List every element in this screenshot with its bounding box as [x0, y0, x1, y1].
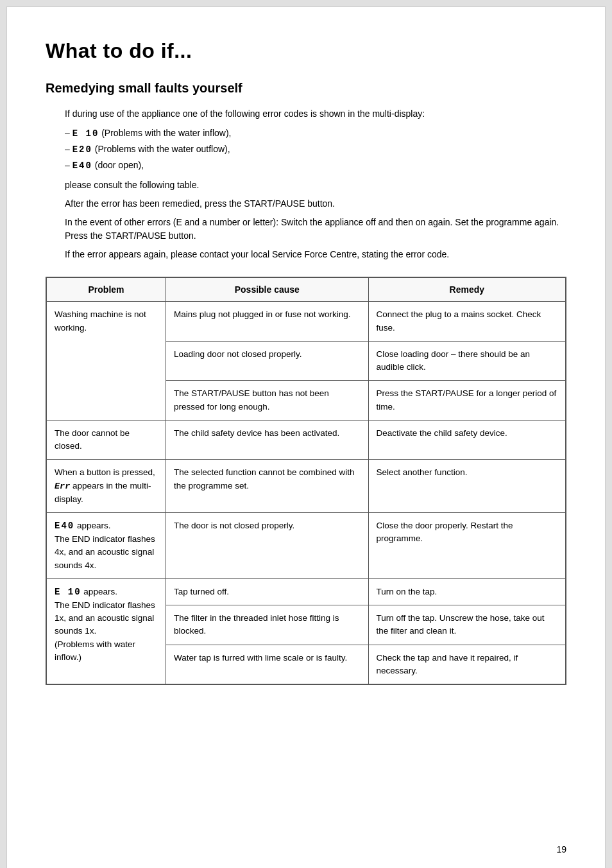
- intro-line2: please consult the following table.: [65, 178, 566, 192]
- error-code-3: – E40 (door open),: [65, 158, 566, 174]
- cause-cell-5-2: The filter in the threaded inlet hose fi…: [166, 605, 369, 645]
- error1-code: E 10: [72, 128, 99, 139]
- header-remedy: Remedy: [368, 278, 565, 302]
- error-code-1: – E 10 (Problems with the water inflow),: [65, 126, 566, 142]
- page-number: 19: [556, 844, 566, 855]
- table-row: E 10 appears.The END indicator flashes 1…: [47, 578, 566, 605]
- error2-text: (Problems with the water outflow),: [92, 144, 230, 154]
- section-title: Remedying small faults yourself: [46, 81, 566, 96]
- fault-table: Problem Possible cause Remedy Washing ma…: [46, 277, 566, 684]
- table-row: The door cannot be closed. The child saf…: [47, 420, 566, 460]
- remedy-cell-4-1: Close the door properly. Restart the pro…: [368, 513, 565, 579]
- error2-prefix: –: [65, 144, 72, 154]
- error-codes: – E 10 (Problems with the water inflow),…: [65, 126, 566, 173]
- error1-prefix: –: [65, 128, 72, 138]
- error2-code: E20: [72, 144, 92, 155]
- error3-code: E40: [72, 161, 92, 171]
- intro-line3: After the error has been remedied, press…: [65, 197, 566, 211]
- table-row: Washing machine is not working. Mains pl…: [47, 302, 566, 342]
- page-title: What to do if...: [46, 39, 566, 63]
- error3-text: (door open),: [92, 160, 144, 170]
- err-code: Err: [55, 482, 70, 491]
- remedy-cell-2-1: Deactivate the child safety device.: [368, 420, 565, 460]
- error3-prefix: –: [65, 160, 72, 170]
- remedy-cell-5-2: Turn off the tap. Unscrew the hose, take…: [368, 605, 565, 645]
- table-header-row: Problem Possible cause Remedy: [47, 278, 566, 302]
- page: What to do if... Remedying small faults …: [6, 6, 606, 868]
- error-code-2: – E20 (Problems with the water outflow),: [65, 142, 566, 158]
- header-problem: Problem: [47, 278, 166, 302]
- e10-code: E 10: [55, 587, 81, 597]
- fault-table-wrapper: Problem Possible cause Remedy Washing ma…: [46, 277, 566, 685]
- remedy-cell-1-3: Press the START/PAUSE for a longer perio…: [368, 381, 565, 421]
- header-cause: Possible cause: [166, 278, 369, 302]
- remedy-cell-3-1: Select another function.: [368, 460, 565, 513]
- problem-cell-1: Washing machine is not working.: [47, 302, 166, 421]
- error1-text: (Problems with the water inflow),: [99, 128, 231, 138]
- remedy-cell-5-3: Check the tap and have it repaired, if n…: [368, 645, 565, 684]
- cause-cell-1-1: Mains plug not plugged in or fuse not wo…: [166, 302, 369, 342]
- cause-cell-3-1: The selected function cannot be combined…: [166, 460, 369, 513]
- problem-cell-4: E40 appears.The END indicator flashes 4x…: [47, 513, 166, 579]
- table-row: When a button is pressed, Err appears in…: [47, 460, 566, 513]
- cause-cell-1-2: Loading door not closed properly.: [166, 341, 369, 381]
- cause-cell-1-3: The START/PAUSE button has not been pres…: [166, 381, 369, 421]
- intro-line1: If during use of the appliance one of th…: [65, 107, 566, 121]
- cause-cell-5-1: Tap turned off.: [166, 578, 369, 605]
- problem-cell-5: E 10 appears.The END indicator flashes 1…: [47, 578, 166, 684]
- intro-line5: If the error appears again, please conta…: [65, 248, 566, 261]
- intro-section: If during use of the appliance one of th…: [65, 107, 566, 261]
- remedy-cell-1-1: Connect the plug to a mains socket. Chec…: [368, 302, 565, 342]
- cause-cell-4-1: The door is not closed properly.: [166, 513, 369, 579]
- intro-line4: In the event of other errors (E and a nu…: [65, 216, 566, 243]
- e40-code: E40: [55, 521, 74, 531]
- remedy-cell-5-1: Turn on the tap.: [368, 578, 565, 605]
- problem-cell-2: The door cannot be closed.: [47, 420, 166, 460]
- problem-cell-3: When a button is pressed, Err appears in…: [47, 460, 166, 513]
- table-row: E40 appears.The END indicator flashes 4x…: [47, 513, 566, 579]
- remedy-cell-1-2: Close loading door – there should be an …: [368, 341, 565, 381]
- cause-cell-2-1: The child safety device has been activat…: [166, 420, 369, 460]
- cause-cell-5-3: Water tap is furred with lime scale or i…: [166, 645, 369, 684]
